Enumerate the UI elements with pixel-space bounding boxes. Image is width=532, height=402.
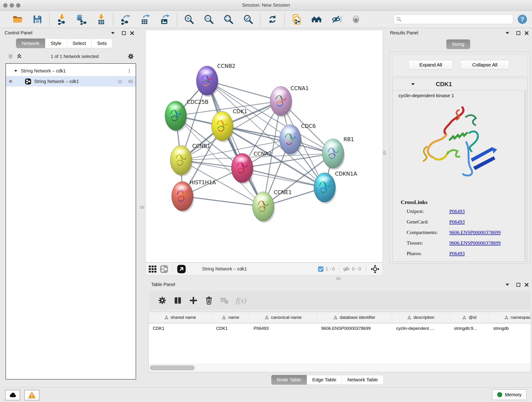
collapse-triangle-icon[interactable] xyxy=(411,82,415,86)
tab-sets[interactable]: Sets xyxy=(92,38,113,48)
crosslink-value-link[interactable]: 9606.ENSP00000378699 xyxy=(449,230,500,235)
memory-button[interactable]: Memory xyxy=(492,389,526,400)
network-node-CCNA2[interactable] xyxy=(231,153,254,184)
export-network-button[interactable] xyxy=(115,12,135,27)
crosslink-value-link[interactable]: P06493 xyxy=(449,219,465,225)
zoom-selected-button[interactable] xyxy=(238,12,258,27)
cloud-button[interactable] xyxy=(5,390,20,400)
network-collection-row[interactable]: String Network – cdk1 1 xyxy=(6,65,136,76)
network-options-gear-icon[interactable] xyxy=(127,53,134,60)
node-label-CCNE1: CCNE1 xyxy=(274,189,292,195)
tab-network[interactable]: Network xyxy=(16,38,45,48)
import-network-file-button[interactable] xyxy=(52,12,71,27)
bottom-panel-divider-handle[interactable] xyxy=(336,277,341,280)
network-node-CCNE1[interactable] xyxy=(253,192,275,223)
table-cell[interactable]: 9606.ENSP00000378699 xyxy=(317,323,392,333)
crosslink-value-link[interactable]: P06493 xyxy=(449,250,465,256)
table-cell[interactable]: CDK1 xyxy=(149,323,212,333)
table-cell[interactable]: stringdb:9... xyxy=(450,323,489,333)
network-node-HIST1H1A[interactable] xyxy=(172,182,194,212)
show-columns-icon[interactable] xyxy=(173,296,182,305)
table-hscrollbar[interactable] xyxy=(148,364,531,372)
open-session-button[interactable] xyxy=(8,12,27,27)
delete-column-icon[interactable] xyxy=(204,296,214,305)
network-canvas[interactable]: CCNB2CCNA1CDC25BCDK1CDC6RB1CCNB1CCNA2CDK… xyxy=(146,30,383,262)
table-toolbar: f(x) xyxy=(149,291,531,310)
table-row[interactable]: CDK1CDK1P064939606.ENSP00000378699cyclin… xyxy=(149,323,531,333)
column-header-database-identifier[interactable]: database identifier xyxy=(317,312,392,323)
import-network-database-button[interactable] xyxy=(71,12,91,27)
results-scrollbar[interactable] xyxy=(525,91,526,260)
table-panel-float-icon[interactable] xyxy=(516,282,521,287)
grid-view-icon[interactable] xyxy=(148,265,157,273)
table-cell[interactable]: CDK1 xyxy=(212,323,249,333)
control-panel-float-icon[interactable] xyxy=(121,31,126,36)
crosslink-value-link[interactable]: P06493 xyxy=(449,208,465,214)
control-panel-dropdown-icon[interactable] xyxy=(110,31,115,36)
export-image-button[interactable] xyxy=(155,12,175,27)
network-node-CDKN1A[interactable] xyxy=(314,173,336,204)
warnings-button[interactable] xyxy=(24,390,39,400)
help-button[interactable] xyxy=(517,14,527,24)
crosshair-icon[interactable] xyxy=(370,264,380,274)
collapse-all-button[interactable]: Collapse All xyxy=(460,60,510,70)
table-cell[interactable]: cyclin-dependent ... xyxy=(392,323,450,333)
share-view-icon[interactable] xyxy=(160,265,168,273)
search-box[interactable] xyxy=(394,14,513,24)
column-header-name[interactable]: name xyxy=(212,312,249,323)
birds-eye-view-icon[interactable] xyxy=(177,265,186,274)
add-column-icon[interactable] xyxy=(189,296,198,305)
network-node-CDK1[interactable] xyxy=(211,111,234,142)
selected-checkbox-icon[interactable] xyxy=(318,266,324,272)
network-node-CCNB1[interactable] xyxy=(170,146,193,177)
column-header-description[interactable]: description xyxy=(392,312,450,323)
tab-string[interactable]: String xyxy=(446,39,470,49)
left-panel-divider-handle[interactable] xyxy=(140,206,144,209)
tab-style[interactable]: Style xyxy=(45,38,67,48)
apply-layout-button[interactable] xyxy=(263,12,282,27)
table-cell[interactable]: P06493 xyxy=(249,323,317,333)
network-node-CCNA1[interactable] xyxy=(270,86,293,117)
network-graph[interactable]: CCNB2CCNA1CDC25BCDK1CDC6RB1CCNB1CCNA2CDK… xyxy=(146,30,383,262)
tab-select[interactable]: Select xyxy=(67,38,92,48)
network-node-CDC6[interactable] xyxy=(279,125,302,156)
column-header-shared-name[interactable]: shared name xyxy=(149,312,212,323)
zoom-in-button[interactable] xyxy=(179,12,199,27)
collapse-all-networks-icon[interactable] xyxy=(8,54,13,59)
first-neighbors-button[interactable] xyxy=(307,12,326,27)
search-input[interactable] xyxy=(404,17,511,22)
network-edge-HIST1H1A-CCNE1[interactable] xyxy=(182,196,263,206)
column-header-@id[interactable]: @id xyxy=(450,312,489,323)
results-panel-close-icon[interactable] xyxy=(524,31,529,36)
table-hscroll-thumb[interactable] xyxy=(150,365,195,370)
save-session-button[interactable] xyxy=(27,12,47,27)
table-panel-close-icon[interactable] xyxy=(524,282,529,287)
import-table-button[interactable] xyxy=(91,12,111,27)
crosslink-value-link[interactable]: 9606.ENSP00000378699 xyxy=(449,240,500,246)
network-node-RB1[interactable] xyxy=(322,139,345,170)
tab-network-table[interactable]: Network Table xyxy=(342,375,384,385)
results-panel-float-icon[interactable] xyxy=(516,31,521,36)
table-cell[interactable]: stringdb xyxy=(489,323,531,333)
hide-selected-button[interactable] xyxy=(326,12,346,27)
show-all-button[interactable] xyxy=(346,12,366,27)
column-header-namespace[interactable]: namespace xyxy=(489,312,531,323)
expand-all-button[interactable]: Expand All xyxy=(408,60,453,70)
tab-edge-table[interactable]: Edge Table xyxy=(307,375,342,385)
clone-network-button[interactable] xyxy=(287,12,307,27)
column-header-canonical-name[interactable]: canonical name xyxy=(249,312,317,323)
zoom-out-button[interactable] xyxy=(199,12,219,27)
control-panel-close-icon[interactable] xyxy=(130,31,134,36)
tab-node-table[interactable]: Node Table xyxy=(271,375,307,385)
table-settings-gear-icon[interactable] xyxy=(158,296,167,305)
export-table-button[interactable] xyxy=(135,12,155,27)
table-panel-dropdown-icon[interactable] xyxy=(505,282,510,287)
expand-all-networks-icon[interactable] xyxy=(17,54,22,59)
gene-section-header[interactable]: CDK1 xyxy=(393,78,527,90)
zoom-fit-button[interactable] xyxy=(219,12,238,27)
network-edge-CCNB2-CCNE1[interactable] xyxy=(207,81,263,206)
results-panel-dropdown-icon[interactable] xyxy=(505,31,510,36)
right-panel-divider-handle[interactable] xyxy=(383,151,386,155)
network-row[interactable]: String Network – cdk1 11 48 xyxy=(6,76,136,87)
network-node-CCNB2[interactable] xyxy=(196,66,219,97)
